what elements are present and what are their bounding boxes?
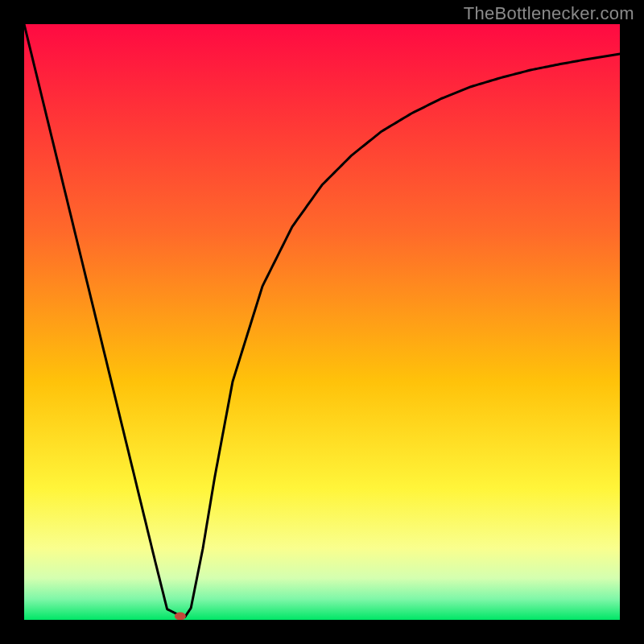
watermark-text: TheBottlenecker.com bbox=[464, 3, 634, 24]
bottleneck-chart bbox=[24, 24, 620, 620]
chart-frame: TheBottlenecker.com bbox=[0, 0, 644, 644]
gradient-background bbox=[24, 24, 620, 620]
plot-area bbox=[24, 24, 620, 620]
